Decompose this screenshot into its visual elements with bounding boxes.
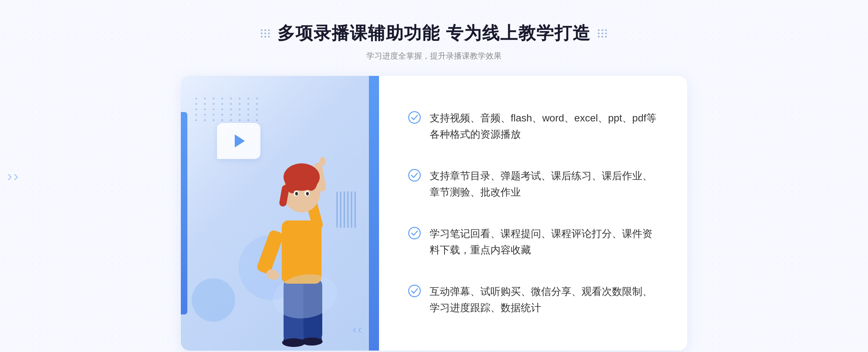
- feature-text-1: 支持视频、音频、flash、word、excel、ppt、pdf等各种格式的资源…: [430, 110, 658, 143]
- left-arrows-decoration: › ›: [7, 168, 18, 184]
- svg-point-22: [409, 112, 420, 123]
- svg-point-21: [269, 269, 341, 323]
- feature-item-1: 支持视频、音频、flash、word、excel、ppt、pdf等各种格式的资源…: [408, 110, 658, 143]
- svg-point-24: [409, 227, 420, 239]
- feature-item-2: 支持章节目录、弹题考试、课后练习、课后作业、章节测验、批改作业: [408, 168, 658, 201]
- left-illustration-panel: ‹ ‹: [181, 76, 369, 351]
- inner-chevron-1: ‹: [353, 323, 357, 336]
- right-chevrons-decoration: ‹ ‹: [353, 323, 362, 336]
- person-illustration: [240, 141, 356, 351]
- circle-decoration-1: [192, 278, 235, 322]
- svg-point-25: [409, 285, 420, 297]
- check-icon-2: [408, 169, 421, 182]
- svg-point-5: [301, 338, 323, 345]
- left-chevron-1: ›: [7, 168, 12, 184]
- inner-chevron-2: ‹: [358, 323, 362, 336]
- left-dots-pattern: [195, 98, 261, 121]
- feature-text-3: 学习笔记回看、课程提问、课程评论打分、课件资料下载，重点内容收藏: [430, 226, 658, 258]
- svg-point-20: [320, 157, 326, 166]
- feature-item-3: 学习笔记回看、课程提问、课程评论打分、课件资料下载，重点内容收藏: [408, 226, 658, 258]
- feature-text-2: 支持章节目录、弹题考试、课后练习、课后作业、章节测验、批改作业: [430, 168, 658, 201]
- svg-point-19: [306, 192, 309, 196]
- svg-rect-6: [282, 220, 322, 284]
- check-icon-3: [408, 227, 421, 240]
- subtitle: 学习进度全掌握，提升录播课教学效果: [261, 51, 607, 61]
- left-dot-grid: [261, 29, 270, 38]
- svg-point-14: [305, 171, 318, 191]
- header-section: 多项录播课辅助功能 专为线上教学打造 学习进度全掌握，提升录播课教学效果: [261, 22, 607, 61]
- left-chevron-2: ›: [13, 168, 18, 184]
- content-card: ‹ ‹ 支持视频、音频、flash、word、excel、ppt、pdf等各种格…: [181, 76, 687, 351]
- feature-item-4: 互动弹幕、试听购买、微信分享、观看次数限制、学习进度跟踪、数据统计: [408, 284, 658, 316]
- svg-rect-9: [256, 229, 285, 275]
- blue-accent-panel: [369, 76, 379, 351]
- title-row: 多项录播课辅助功能 专为线上教学打造: [261, 22, 607, 45]
- feature-text-4: 互动弹幕、试听购买、微信分享、观看次数限制、学习进度跟踪、数据统计: [430, 284, 658, 316]
- check-icon-4: [408, 284, 421, 297]
- svg-point-23: [409, 169, 420, 181]
- right-features-panel: 支持视频、音频、flash、word、excel、ppt、pdf等各种格式的资源…: [379, 76, 687, 351]
- accent-vertical-bar: [181, 112, 187, 314]
- svg-point-18: [295, 192, 298, 196]
- page-container: › › 多项录播课辅助功能 专为线上教学打造 学习进度全掌握，提升录播课教学效果: [0, 0, 868, 352]
- main-title: 多项录播课辅助功能 专为线上教学打造: [277, 22, 590, 45]
- check-icon-1: [408, 111, 421, 124]
- right-dot-grid: [598, 29, 607, 38]
